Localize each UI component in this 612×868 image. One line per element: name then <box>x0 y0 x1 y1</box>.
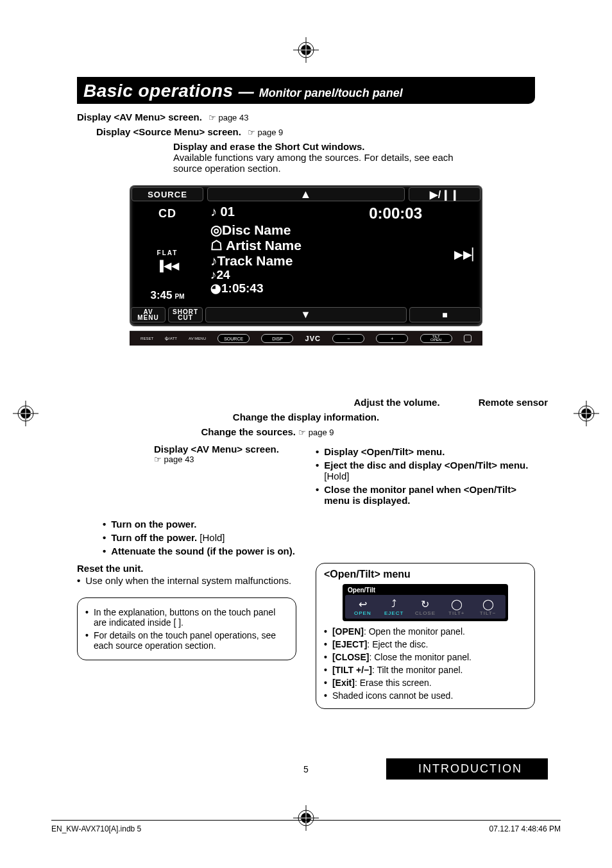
short-cut-button[interactable]: SHORT CUT <box>168 307 203 322</box>
opentilt-screen: Open/Tilt ↩OPEN⤴EJECT↻CLOSE◯TILT+◯TILT− <box>343 584 508 621</box>
footer-left: EN_KW-AVX710[A].indb 5 <box>51 824 141 833</box>
total-time: ◕1:05:43 <box>210 282 448 296</box>
elapsed-time: 0:00:03 <box>369 204 448 222</box>
top-callouts: Display <AV Menu> screen. ☞ page 43 Disp… <box>77 112 535 174</box>
footer-right: 07.12.17 4:48:46 PM <box>489 824 561 833</box>
registration-mark-top <box>293 37 319 63</box>
callout-volume: Adjust the volume. <box>353 397 439 408</box>
opentilt-icon-eject[interactable]: ⤴EJECT <box>379 597 409 616</box>
disp-hw-button[interactable]: DISP <box>261 334 293 343</box>
title-main: Basic operations <box>83 81 234 101</box>
callout-dispinfo: Change the display information. <box>233 412 379 422</box>
opentilt-box: <Open/Tilt> menu Open/Tilt ↩OPEN⤴EJECT↻C… <box>316 563 535 709</box>
registration-mark-left <box>13 401 38 426</box>
down-button[interactable]: ▼ <box>205 307 407 322</box>
clock: 3:45 PM <box>150 289 184 302</box>
display-center: ♪ 01 0:00:03 ◎Disc Name ☖ Artist Name ♪T… <box>205 203 453 306</box>
callout-avmenu2: Display <AV Menu> screen. <box>154 444 296 455</box>
next-button[interactable]: ▶▶▏ <box>453 203 482 306</box>
opentilt-callout-list: Display <Open/Tilt> menu. Eject the disc… <box>316 446 535 506</box>
up-button[interactable]: ▲ <box>207 187 405 201</box>
title-bar: Basic operations — Monitor panel/touch p… <box>77 77 535 104</box>
note-box: In the explanation, buttons on the touch… <box>77 597 296 660</box>
opentilt-title: Open/Tilt <box>345 587 506 594</box>
disc-name: ◎Disc Name <box>210 222 448 238</box>
opentilt-head: <Open/Tilt> menu <box>324 569 527 580</box>
callout-avmenu-ref: ☞ page 43 <box>208 113 249 122</box>
callout-remote: Remote sensor <box>479 397 548 408</box>
remote-sensor-icon <box>464 335 472 342</box>
callout-chgsrc: Change the sources. <box>201 426 296 437</box>
vol-down-hw-button[interactable]: − <box>332 334 364 343</box>
display-left-panel: CD FLAT ▐◀◀ 3:45 PM <box>130 203 205 306</box>
tilt-open-hw-button[interactable]: TILT OPEN <box>420 334 452 343</box>
eq-label: FLAT <box>157 249 178 256</box>
stop-button[interactable]: ■ <box>409 307 481 322</box>
play-pause-button[interactable]: ▶/❙❙ <box>409 187 480 201</box>
previous-button[interactable]: ▐◀◀ <box>156 260 178 272</box>
clock-ampm: PM <box>175 293 185 300</box>
opentilt-icon-tilt+[interactable]: ◯TILT+ <box>441 597 472 616</box>
display-wrap: SOURCE ▲ ▶/❙❙ CD FLAT ▐◀◀ 3:45 PM ♪ 01 <box>130 179 482 346</box>
track-count: ♪24 <box>210 269 448 282</box>
callout-shortcut-desc: Available functions vary among the sourc… <box>173 152 481 174</box>
lower-callouts: Adjust the volume. Remote sensor Change … <box>77 397 535 709</box>
callout-srcmenu-ref: ☞ page 9 <box>248 128 283 137</box>
vol-up-hw-button[interactable]: + <box>376 334 408 343</box>
monitor-display: SOURCE ▲ ▶/❙❙ CD FLAT ▐◀◀ 3:45 PM ♪ 01 <box>130 185 482 326</box>
title-dash: — <box>239 83 254 101</box>
opentilt-icon-tilt−[interactable]: ◯TILT− <box>473 597 503 616</box>
track-name: ♪Track Name <box>210 253 448 269</box>
callout-avmenu: Display <AV Menu> screen. <box>77 112 202 122</box>
brand-logo: JVC <box>305 335 321 342</box>
track-number: ♪ 01 <box>210 204 235 222</box>
artist-name: ☖ Artist Name <box>210 238 448 253</box>
source-label: CD <box>158 207 176 221</box>
callout-avmenu2-ref: ☞ page 43 <box>154 455 296 464</box>
reset-hw-label: RESET <box>140 337 153 340</box>
registration-mark-right <box>574 401 599 426</box>
opentilt-icon-close[interactable]: ↻CLOSE <box>411 597 441 616</box>
reset-head: Reset the unit. <box>77 563 296 574</box>
clock-time: 3:45 <box>150 289 172 302</box>
source-button[interactable]: SOURCE <box>132 187 203 201</box>
hardware-button-bar: RESET ⏻/ATT AV MENU SOURCE DISP JVC − + … <box>130 331 482 346</box>
page-content: Basic operations — Monitor panel/touch p… <box>77 77 535 782</box>
source-hw-button[interactable]: SOURCE <box>217 334 250 343</box>
section-tab: INTRODUCTION <box>386 758 548 780</box>
av-menu-button[interactable]: AV MENU <box>131 307 166 322</box>
att-hw-label: ⏻/ATT <box>165 337 177 340</box>
footer-bar: EN_KW-AVX710[A].indb 5 07.12.17 4:48:46 … <box>51 820 561 833</box>
power-list: Turn on the power. Turn off the power. [… <box>103 519 535 556</box>
callout-srcmenu: Display <Source Menu> screen. <box>96 126 241 137</box>
callout-chgsrc-ref: ☞ page 9 <box>298 428 334 437</box>
callout-shortcut: Display and erase the Short Cut windows. <box>173 141 535 152</box>
reset-desc: Use only when the internal system malfun… <box>85 575 291 586</box>
opentilt-icon-open[interactable]: ↩OPEN <box>348 597 378 616</box>
avmenu-hw-label: AV MENU <box>189 337 206 340</box>
title-sub: Monitor panel/touch panel <box>259 87 403 100</box>
